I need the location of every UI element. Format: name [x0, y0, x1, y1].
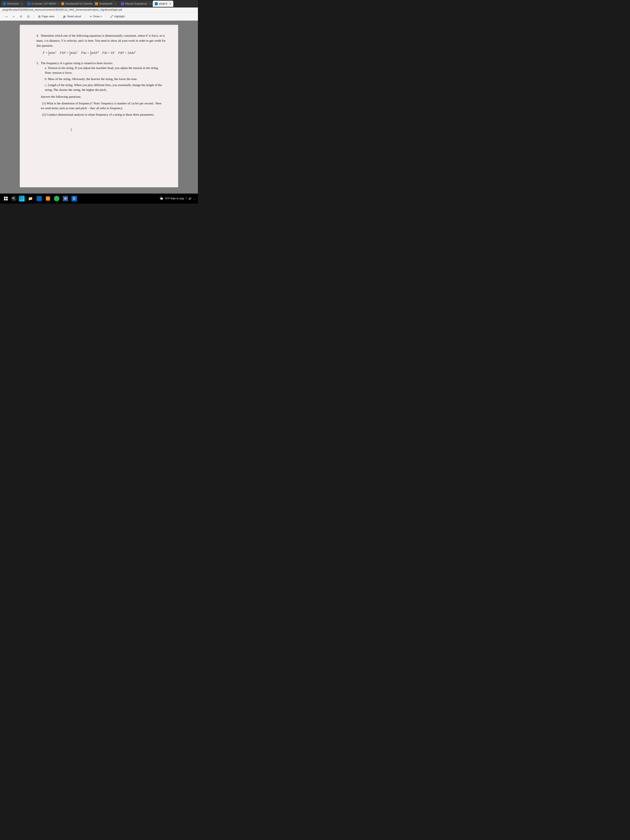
- url-text: pluginfile.php/2422002/mod_resource/cont…: [3, 8, 122, 11]
- q5-sub2: (2) Conduct dimensional analysis to rela…: [41, 112, 166, 117]
- taskbar-store[interactable]: [35, 195, 43, 202]
- tab-label-smart-h: smart h: [159, 2, 167, 5]
- url-bar[interactable]: pluginfile.php/2422002/mod_resource/cont…: [0, 8, 198, 12]
- question-5: 5. The frequency of a guitar string is r…: [36, 61, 166, 117]
- word-icon: W: [63, 196, 68, 201]
- highlight-button[interactable]: 🖍 Highlight: [109, 14, 126, 19]
- question-4: 4. Determine which one of the following …: [36, 33, 166, 55]
- system-tray-arrow[interactable]: ^: [186, 197, 187, 200]
- office-icon: 🟧: [46, 196, 50, 201]
- draw-label: Draw: [93, 15, 99, 18]
- q5-list: a. Tension in the string. If you adjust …: [45, 66, 166, 92]
- read-aloud-button[interactable]: 🔊 Read aloud: [61, 14, 83, 19]
- draw-dropdown-icon: ▾: [101, 15, 102, 17]
- tab-favicon-dimension: [3, 2, 6, 5]
- pdf-toolbar: — + ↺ ⊡ ⊞ Page view 🔊 Read aloud ✏ Draw …: [0, 12, 198, 21]
- q5-item-a-label: a.: [45, 66, 48, 69]
- tab-ellucian[interactable]: Ellucian Experience ✕: [119, 1, 152, 7]
- q5-answer-intro: Answer the following questions.: [41, 95, 166, 99]
- tab-smartwork5[interactable]: Smartwork5 ✕: [93, 1, 118, 7]
- q5-item-b: b. Mass of the string. Obviously, the he…: [45, 77, 166, 82]
- tab-favicon-smart-h: [155, 2, 158, 5]
- spotify-icon: [54, 196, 59, 201]
- q5-number: 5.: [36, 62, 39, 65]
- q5-answer-section: Answer the following questions. (1) What…: [41, 95, 166, 117]
- close-icon-6[interactable]: ✕: [169, 3, 171, 5]
- q5-sub1: (1) What is the dimension of frequency? …: [41, 101, 166, 111]
- weather-icon: 🌦: [160, 197, 163, 201]
- close-icon-5[interactable]: ✕: [149, 3, 151, 5]
- taskbar-folder[interactable]: 📁: [27, 195, 34, 202]
- tab-favicon-smartwork-chem: [61, 2, 64, 5]
- close-icon[interactable]: ✕: [21, 3, 23, 5]
- q4-number: 4.: [36, 34, 39, 37]
- taskbar: 🔍 📁 🟧 W O 🌦 74°F Rain to stop ^ 🔊 …: [0, 194, 198, 204]
- read-aloud-icon: 🔊: [63, 15, 66, 18]
- tab-smart-h[interactable]: smart h ✕: [153, 1, 173, 7]
- q4-equation: F = 12mΔx2 FΔV = 12mΔx2 FΔx = 12mΔV2 FΔt…: [43, 50, 166, 55]
- tab-label-smartwork-chem: Smartwork5 for Chemistry: [65, 2, 93, 5]
- tab-label-course: in Course: 21F 66549 - CHEM: [32, 2, 59, 5]
- rotate-icon: ↺: [20, 15, 22, 18]
- system-tray-speaker: 🔊: [188, 197, 192, 200]
- pdf-page: 4. Determine which one of the following …: [20, 25, 178, 187]
- read-aloud-label: Read aloud: [67, 15, 81, 18]
- weather-text: 74°F Rain to stop: [165, 197, 184, 200]
- highlight-label: Highlight: [114, 15, 125, 18]
- edge-icon: [19, 196, 25, 202]
- search-button[interactable]: 🔍: [11, 196, 17, 202]
- taskbar-outlook[interactable]: O: [70, 195, 78, 202]
- tab-label-smartwork5: Smartwork5: [99, 2, 112, 5]
- zoom-out-button[interactable]: —: [3, 14, 9, 19]
- store-icon: [37, 196, 42, 201]
- system-tray-more: …: [193, 197, 196, 200]
- tab-favicon-smartwork5: [95, 2, 98, 5]
- fit-button[interactable]: ⊡: [25, 14, 31, 19]
- text-cursor: I: [71, 127, 72, 133]
- taskbar-edge[interactable]: [18, 195, 25, 202]
- taskbar-word[interactable]: W: [62, 195, 69, 202]
- start-icon: [4, 197, 8, 201]
- taskbar-right: 🌦 74°F Rain to stop ^ 🔊 …: [160, 197, 196, 201]
- page-view-button[interactable]: ⊞ Page view: [36, 14, 56, 19]
- tab-dimension[interactable]: Dimension ✕: [1, 1, 25, 7]
- tab-label-ellucian: Ellucian Experience: [125, 2, 147, 5]
- draw-button[interactable]: ✏ Draw ▾: [88, 14, 103, 19]
- taskbar-office[interactable]: 🟧: [44, 195, 52, 202]
- q5-item-a: a. Tension in the string. If you adjust …: [45, 66, 166, 76]
- plus-icon: +: [13, 15, 14, 18]
- q4-text: 4. Determine which one of the following …: [36, 33, 166, 48]
- start-button[interactable]: [2, 195, 9, 202]
- close-icon-4[interactable]: ✕: [115, 3, 117, 5]
- q5-header: 5. The frequency of a guitar string is r…: [36, 61, 166, 66]
- tab-favicon-course: [27, 2, 30, 5]
- page-view-label: Page view: [42, 15, 54, 18]
- q5-item-c-label: c.: [45, 83, 48, 87]
- fit-icon: ⊡: [27, 15, 30, 18]
- highlight-icon: 🖍: [110, 15, 113, 18]
- tab-bar[interactable]: Dimension ✕ in Course: 21F 66549 - CHEM …: [0, 0, 198, 8]
- q5-item-c: c. Length of the string. When you play d…: [45, 83, 166, 93]
- tab-smartwork-chem[interactable]: Smartwork5 for Chemistry ✕: [59, 1, 93, 7]
- pdf-viewer: 4. Determine which one of the following …: [0, 21, 198, 194]
- tab-favicon-ellucian: [121, 2, 124, 5]
- tab-label-dimension: Dimension: [7, 2, 19, 5]
- minus-icon: —: [5, 15, 8, 18]
- q5-item-b-label: b.: [45, 77, 48, 81]
- folder-icon: 📁: [28, 196, 33, 201]
- zoom-in-button[interactable]: +: [11, 14, 16, 19]
- taskbar-spotify[interactable]: [53, 195, 60, 202]
- page-view-icon: ⊞: [38, 15, 41, 18]
- rotate-button[interactable]: ↺: [18, 14, 24, 19]
- outlook-icon: O: [71, 196, 77, 201]
- draw-icon: ✏: [90, 15, 92, 18]
- tab-course[interactable]: in Course: 21F 66549 - CHEM ✕: [25, 1, 59, 7]
